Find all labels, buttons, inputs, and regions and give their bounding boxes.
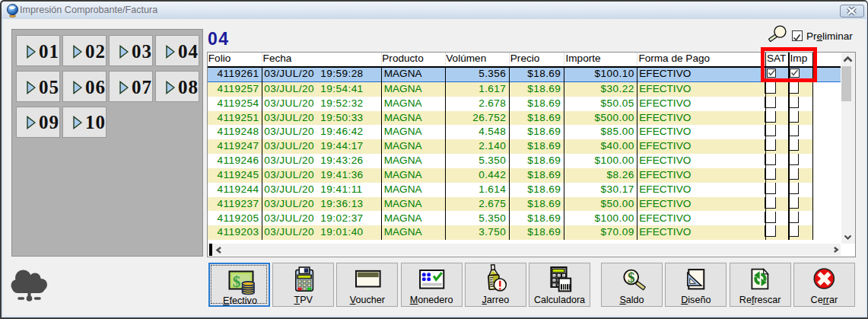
svg-text:$: $ [627,270,634,286]
svg-text:$: $ [232,273,240,291]
